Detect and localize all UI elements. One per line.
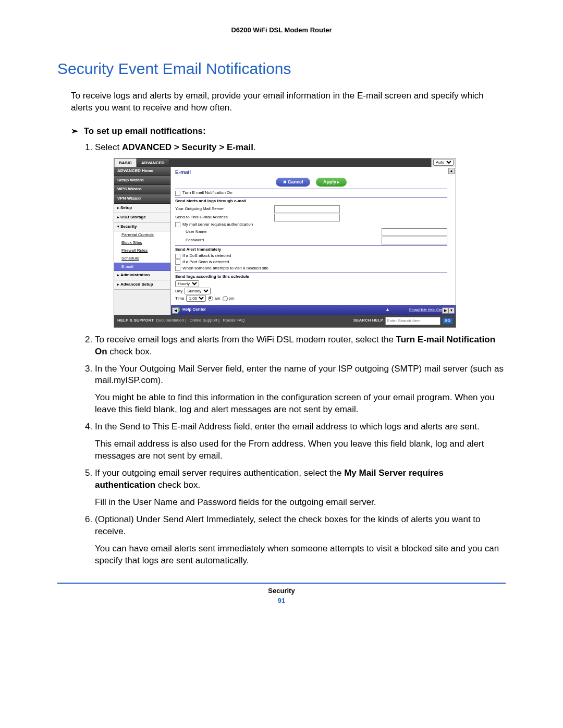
tab-basic[interactable]: BASIC [114, 158, 137, 167]
page-footer: Security 91 [57, 587, 506, 604]
sidebar-item-setup[interactable]: Setup [114, 204, 170, 213]
footer-page-number: 91 [57, 597, 506, 604]
sidebar-item-vpn-wizard[interactable]: VPN Wizard [114, 194, 170, 204]
radio-pm[interactable] [223, 296, 228, 301]
step-5-post: check box. [155, 480, 200, 490]
intro-paragraph: To receive logs and alerts by email, pro… [71, 90, 506, 114]
step-2-pre: To receive email logs and alerts from th… [95, 335, 396, 344]
step-2-post: check box. [107, 347, 152, 356]
footer-link-support[interactable]: Online Support [189, 318, 217, 323]
divider [175, 245, 447, 246]
step-4: In the Send to This E-mail Address field… [95, 421, 506, 462]
label-dos: If a DoS attack is detected [182, 253, 231, 259]
sidebar: ADVANCED Home Setup Wizard WPS Wizard VP… [114, 167, 171, 315]
label-turn-on: Turn E-mail Notification On [182, 190, 232, 196]
search-input[interactable] [385, 317, 440, 325]
label-time: Time [175, 296, 184, 302]
sidebar-item-security[interactable]: Security [114, 223, 170, 232]
auto-select[interactable]: Auto [433, 159, 454, 166]
step-6b-text: You can have email alerts sent immediate… [95, 543, 506, 567]
sidebar-item-admin[interactable]: Administration [114, 271, 170, 280]
tab-advanced[interactable]: ADVANCED [137, 158, 169, 167]
label-pm: pm [229, 296, 235, 302]
checkbox-portscan[interactable] [175, 260, 180, 265]
step-2: To receive email logs and alerts from th… [95, 334, 506, 358]
checkbox-dos[interactable] [175, 254, 180, 259]
footer-left-label: HELP & SUPPORT [117, 318, 154, 324]
footer-section: Security [57, 587, 506, 595]
sidebar-item-home[interactable]: ADVANCED Home [114, 167, 170, 176]
step-6: (Optional) Under Send Alert Immediately,… [95, 514, 506, 567]
section-send-alerts: Send alerts and logs through e-mail [175, 199, 447, 204]
divider [175, 197, 447, 198]
label-user: User Name [175, 229, 285, 235]
footer-link-faq[interactable]: Router FAQ [223, 318, 244, 323]
auto-refresh: Auto [431, 158, 456, 167]
label-am: am [214, 296, 220, 302]
router-main: ▲ E-mail Cancel Apply Turn E-mail Notifi… [171, 167, 456, 315]
steps-list: Select ADVANCED > Security > E-mail. BAS… [76, 142, 506, 567]
footer-search-label: SEARCH HELP [353, 318, 383, 324]
checkbox-blocked[interactable] [175, 266, 180, 271]
router-footer: HELP & SUPPORT Documentation | Online Su… [114, 315, 456, 327]
sidebar-sub-block[interactable]: Block Sites [114, 239, 170, 247]
task-heading: ➢ To set up email notifications: [71, 126, 506, 137]
router-tabs: BASIC ADVANCED Auto [114, 158, 456, 167]
step-3-text: In the Your Outgoing Mail Server field, … [95, 364, 504, 386]
step-4b-text: This email address is also used for the … [95, 438, 506, 462]
radio-am[interactable] [208, 296, 213, 301]
step-3: In the Your Outgoing Mail Server field, … [95, 363, 506, 416]
step-1-pre: Select [95, 142, 122, 152]
scroll-right-icon[interactable]: ▶ [442, 307, 448, 314]
label-portscan: If a Port Scan is detected [182, 260, 229, 265]
go-button[interactable]: GO [443, 318, 452, 324]
help-center-bar[interactable]: ? Help Center ▲ Show/Hide Help Center [171, 305, 456, 314]
sidebar-item-wps-wizard[interactable]: WPS Wizard [114, 185, 170, 194]
sidebar-item-setup-wizard[interactable]: Setup Wizard [114, 176, 170, 186]
checkbox-auth[interactable] [175, 222, 180, 227]
help-center-label: Help Center [182, 307, 206, 313]
page-title: Security Event Email Notifications [57, 60, 506, 78]
label-day: Day [175, 289, 182, 294]
section-immediate: Send Alert Immediately [175, 247, 447, 253]
apply-button[interactable]: Apply [316, 178, 347, 187]
sidebar-sub-schedule[interactable]: Schedule [114, 255, 170, 263]
input-pwd[interactable] [382, 237, 447, 244]
step-1: Select ADVANCED > Security > E-mail. BAS… [95, 142, 506, 328]
task-heading-text: To set up email notifications: [84, 126, 206, 136]
input-user[interactable] [382, 228, 447, 236]
step-1-post: . [253, 142, 256, 152]
label-pwd: Password [175, 238, 285, 243]
panel-title: E-mail [175, 169, 447, 176]
scroll-up-icon[interactable]: ▲ [448, 168, 455, 174]
footer-link-doc[interactable]: Documentation [156, 318, 184, 323]
divider [175, 189, 447, 189]
step-5b-text: Fill in the User Name and Password field… [95, 497, 506, 509]
step-5-pre: If your outgoing email server requires a… [95, 468, 344, 478]
divider [175, 273, 447, 273]
checkbox-turn-on[interactable] [175, 191, 180, 196]
section-schedule: Send logs according to this schedule [175, 274, 447, 280]
sidebar-sub-email[interactable]: E-mail [114, 263, 170, 272]
select-time[interactable]: 1:00 [186, 295, 206, 302]
sidebar-sub-parental[interactable]: Parental Controls [114, 231, 170, 239]
select-day[interactable]: Sunday [185, 288, 211, 294]
doc-header: D6200 WiFi DSL Modem Router [57, 26, 506, 34]
step-4-text: In the Send to This E-mail Address field… [95, 422, 480, 431]
sidebar-item-advsetup[interactable]: Advanced Setup [114, 280, 170, 290]
label-outgoing: Your Outgoing Mail Server [175, 206, 274, 212]
arrow-icon: ➢ [71, 126, 78, 137]
input-outgoing[interactable] [274, 205, 340, 213]
label-blocked: When someone attempts to visit a blocked… [182, 266, 268, 272]
select-frequency[interactable]: Hourly [175, 280, 199, 287]
sidebar-sub-firewall[interactable]: Firewall Rules [114, 247, 170, 255]
step-3b-text: You might be able to find this informati… [95, 392, 506, 416]
footer-links: Documentation | Online Support | Router … [154, 318, 245, 324]
input-sendto[interactable] [274, 214, 340, 221]
scroll-down-icon[interactable]: ▼ [448, 307, 455, 314]
cancel-button[interactable]: Cancel [276, 178, 311, 187]
scroll-left-icon[interactable]: ◀ [172, 307, 178, 314]
label-sendto: Send to This E-mail Address [175, 215, 274, 220]
sidebar-item-usb[interactable]: USB Storage [114, 213, 170, 223]
step-5: If your outgoing email server requires a… [95, 467, 506, 509]
